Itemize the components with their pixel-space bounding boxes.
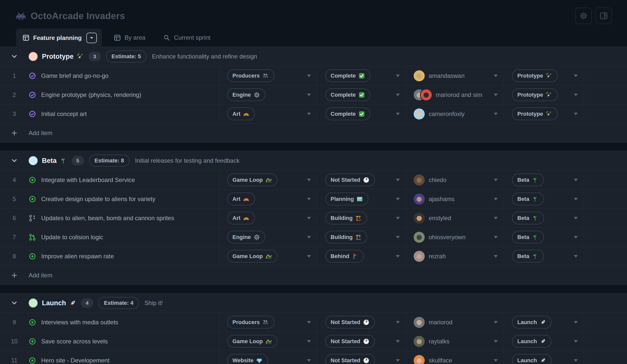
label-pill: Engine (227, 88, 265, 101)
milestone-text: Prototype (517, 73, 543, 79)
table-row: 9Interviews with media outletsProducersN… (0, 313, 627, 332)
dropdown-caret-icon (574, 321, 578, 324)
rocket-emoji-icon (539, 338, 546, 345)
milestone-cell[interactable]: Prototype (504, 85, 584, 104)
assignee-cell[interactable]: skullface (406, 351, 504, 364)
status-cell[interactable]: Building (317, 209, 406, 227)
champagne-bottle-emoji-icon (546, 110, 552, 117)
milestone-cell[interactable]: Beta (504, 228, 584, 247)
status-cell[interactable]: Behind (317, 247, 406, 266)
rocket-emoji-icon (539, 319, 546, 326)
rainbow-emoji-icon (243, 110, 250, 117)
label-cell[interactable]: Producers (219, 66, 317, 85)
tab-by-area[interactable]: By area (108, 29, 151, 47)
dropdown-caret-icon (396, 217, 400, 219)
item-title[interactable]: Initial concept art (41, 110, 87, 117)
group-name: Beta (42, 157, 57, 165)
building-construction-emoji-icon (355, 215, 362, 221)
side-panel-button[interactable] (595, 8, 612, 24)
assignee-cell[interactable]: mariorod (406, 313, 504, 332)
label-cell[interactable]: Website (219, 351, 317, 364)
dropdown-caret-icon (494, 321, 498, 324)
milestone-pill: Beta (512, 250, 544, 263)
milestone-cell[interactable]: Beta (504, 190, 584, 208)
status-cell[interactable]: Not Started (317, 351, 406, 364)
item-title[interactable]: Updates to alien, beam, bomb and cannon … (41, 215, 174, 222)
table-row: 5Creative design update to aliens for va… (0, 189, 627, 208)
label-cell[interactable]: Art (219, 190, 317, 208)
status-text: Not Started (331, 319, 360, 326)
clock-emoji-icon (363, 319, 370, 326)
item-title[interactable]: Update to colision logic (41, 234, 103, 241)
milestone-cell[interactable]: Launch (504, 332, 584, 351)
row-number: 8 (0, 253, 29, 260)
status-cell[interactable]: Complete (317, 85, 406, 104)
milestone-cell[interactable]: Beta (504, 247, 584, 266)
milestone-cell[interactable]: Prototype (504, 66, 584, 85)
collapse-chevron-icon[interactable] (11, 299, 18, 307)
collapse-chevron-icon[interactable] (11, 53, 18, 60)
item-title[interactable]: Hero site - Developement (41, 357, 109, 364)
status-cell[interactable]: Not Started (317, 170, 406, 189)
check-mark-button-emoji-icon (358, 72, 365, 79)
roller-coaster-emoji-icon (265, 338, 272, 345)
assignee-cell[interactable]: enstyled (406, 209, 504, 227)
assignee-cell[interactable]: mariorod and sim (406, 85, 504, 104)
assignee-cell[interactable]: amandaswan (406, 66, 504, 85)
tab-feature-planning[interactable]: Feature planning (16, 29, 102, 47)
label-cell[interactable]: Game Loop (219, 170, 317, 189)
label-cell[interactable]: Art (219, 209, 317, 227)
assignee-cell[interactable]: rezrah (406, 247, 504, 266)
milestone-cell[interactable]: Launch (504, 351, 584, 364)
collapse-chevron-icon[interactable] (11, 157, 18, 164)
assignee-cell[interactable]: cameronfoxly (406, 104, 504, 123)
label-cell[interactable]: Game Loop (219, 332, 317, 351)
item-title[interactable]: Improve alien respawn rate (41, 253, 114, 260)
status-cell[interactable]: Planning (317, 190, 406, 208)
status-cell[interactable]: Complete (317, 104, 406, 123)
item-title[interactable]: Integrate with Leaderboard Service (41, 176, 135, 184)
status-cell[interactable]: Not Started (317, 332, 406, 351)
table-row: 1Game brief and go-no-goProducersComplet… (0, 66, 627, 85)
milestone-cell[interactable]: Beta (504, 170, 584, 189)
dropdown-caret-icon (307, 340, 311, 343)
item-title[interactable]: Engine prototype (physics, rendering) (41, 91, 141, 98)
assignee-cell[interactable]: ohiosveryown (406, 228, 504, 247)
milestone-cell[interactable]: Prototype (504, 104, 584, 123)
status-cell[interactable]: Building (317, 228, 406, 247)
label-cell[interactable]: Game Loop (219, 247, 317, 266)
group-panel-beta: Beta5Estimate: 8Initial releases for tes… (0, 151, 627, 285)
status-cell[interactable]: Complete (317, 66, 406, 85)
title-cell: 8Improve alien respawn rate (0, 247, 219, 266)
label-cell[interactable]: Art (219, 104, 317, 123)
issue-open-icon (29, 319, 36, 326)
status-cell[interactable]: Not Started (317, 313, 406, 332)
item-title[interactable]: Creative design update to aliens for var… (41, 196, 155, 203)
dropdown-caret-icon (396, 113, 400, 115)
milestone-cell[interactable]: Beta (504, 209, 584, 227)
add-item-button[interactable]: Add item (0, 266, 627, 285)
assignee-name: ajashams (429, 196, 455, 203)
milestone-cell[interactable]: Launch (504, 313, 584, 332)
title-cell: 4Integrate with Leaderboard Service (0, 170, 219, 189)
tab-current-sprint[interactable]: Current sprint (157, 29, 216, 47)
settings-button[interactable] (575, 8, 592, 24)
status-pill: Planning (325, 193, 368, 205)
milestone-text: Launch (517, 338, 537, 345)
item-title[interactable]: Interviews with media outlets (41, 319, 118, 326)
tab-menu-button[interactable] (86, 33, 97, 43)
assignee-cell[interactable]: raytalks (406, 332, 504, 351)
assignee-cell[interactable]: ajashams (406, 190, 504, 208)
item-title[interactable]: Save score across levels (41, 338, 108, 345)
label-cell[interactable]: Producers (219, 313, 317, 332)
dropdown-caret-icon (494, 359, 498, 362)
status-pill: Not Started (325, 354, 375, 364)
status-text: Behind (331, 253, 349, 260)
label-cell[interactable]: Engine (219, 85, 317, 104)
add-item-label: Add item (29, 130, 52, 137)
add-item-button[interactable]: Add item (0, 123, 627, 142)
item-title[interactable]: Game brief and go-no-go (41, 72, 108, 79)
status-text: Planning (331, 196, 354, 202)
assignee-cell[interactable]: chiedo (406, 170, 504, 189)
label-cell[interactable]: Engine (219, 228, 317, 247)
